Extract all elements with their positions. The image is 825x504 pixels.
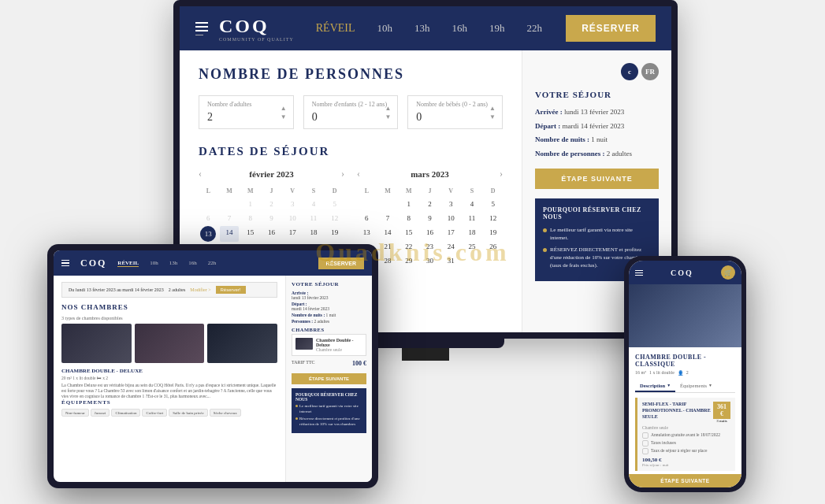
mar-d-6[interactable]: 6 (357, 212, 377, 224)
adults-decrement[interactable]: ▼ (281, 113, 287, 120)
mar-d-5[interactable]: 5 (483, 198, 503, 210)
feb-d-18[interactable]: 18 (304, 226, 324, 242)
mar-d-2[interactable]: 2 (420, 198, 440, 210)
babies-field[interactable]: Nombre de bébés (0 - 2 ans) 0 ▲ ▼ (407, 95, 503, 129)
mar-d-17[interactable]: 17 (441, 226, 461, 239)
tablet-nav-22h[interactable]: 22h (208, 260, 217, 266)
feb-d-17[interactable]: 17 (283, 226, 303, 242)
feb-next-btn[interactable]: › (341, 168, 344, 180)
tablet-modify-link[interactable]: Modifier > (190, 287, 210, 292)
phone-taxes-checkbox[interactable] (642, 440, 648, 447)
desktop-nav-19h[interactable]: 19h (489, 22, 505, 35)
mar-d-1[interactable]: 1 (399, 198, 418, 210)
tablet-book-btn[interactable]: Réserver! (216, 286, 246, 294)
mar-grid: L M M J V S D 1 2 3 (357, 186, 503, 267)
tablet-etape-button[interactable]: ÉTAPE SUIVANTE (292, 373, 366, 384)
feb-prev-btn[interactable]: ‹ (199, 168, 202, 180)
mar-d-30[interactable]: 30 (420, 254, 440, 267)
babies-arrows[interactable]: ▲ ▼ (489, 105, 496, 120)
adults-value: 2 (207, 111, 285, 124)
desktop-hamburger-icon[interactable] (195, 22, 208, 35)
tablet-reserve-button[interactable]: RÉSERVER (318, 258, 364, 269)
tablet-nav-13h[interactable]: 13h (169, 260, 178, 266)
mar-next-btn[interactable]: › (500, 168, 503, 180)
ds-arrivee-label: Arrivée : (535, 108, 563, 116)
tablet-room-mini-info: Chambre Double - Deluxe Chambre seule (316, 338, 362, 352)
desktop-nav-16h[interactable]: 16h (452, 22, 468, 35)
tablet-nav-16h[interactable]: 16h (188, 260, 197, 266)
feb-d-15[interactable]: 15 (240, 226, 260, 242)
mar-d-13[interactable]: 13 (357, 226, 377, 239)
phone-tab-equip-chevron: ▼ (708, 384, 712, 387)
feb-d-13[interactable]: 13 (200, 226, 216, 242)
phone-annulation-checkbox[interactable] (642, 432, 648, 439)
adults-increment[interactable]: ▲ (281, 105, 287, 112)
mar-d-21[interactable]: 21 (378, 240, 398, 253)
mar-d-10[interactable]: 10 (441, 212, 461, 224)
babies-decrement[interactable]: ▼ (489, 113, 496, 120)
mar-d-26[interactable]: 26 (483, 240, 503, 253)
desktop-nav-10h[interactable]: 10h (377, 22, 393, 35)
mar-d-25[interactable]: 25 (463, 240, 482, 253)
mar-d-18[interactable]: 18 (463, 226, 482, 239)
mar-d-28[interactable]: 28 (378, 254, 398, 267)
mar-d-16[interactable]: 16 (420, 226, 440, 239)
mar-d-4[interactable]: 4 (463, 198, 482, 210)
phone-tab-equipements[interactable]: Équipements ▼ (675, 380, 717, 392)
mar-d-29[interactable]: 29 (399, 254, 418, 267)
phone-taux-checkbox[interactable] (642, 448, 648, 454)
mar-d-3[interactable]: 3 (441, 198, 461, 210)
phone-etape-button[interactable]: ÉTAPE SUIVANTE (629, 474, 741, 487)
phone-tab-description[interactable]: Description ▼ (635, 380, 675, 392)
tablet-header: COQ RÉVEIL 10h 13h 16h 22h RÉSERVER (54, 250, 372, 276)
feb-d-16[interactable]: 16 (262, 226, 281, 242)
tablet-hamburger-icon[interactable] (61, 260, 69, 267)
mar-day-d: D (483, 186, 503, 196)
phone-logo-text: COQ (671, 269, 693, 277)
feb-d-14[interactable]: 14 (220, 226, 240, 242)
mar-d-9[interactable]: 9 (420, 212, 440, 224)
children-arrows[interactable]: ▲ ▼ (385, 105, 391, 120)
desktop-nav-13h[interactable]: 13h (414, 22, 430, 35)
march-calendar: ‹ mars 2023 › L M M J V S (357, 168, 503, 270)
mar-d-11[interactable]: 11 (463, 212, 482, 224)
mar-d-22[interactable]: 22 (399, 240, 418, 253)
mar-d-24[interactable]: 24 (441, 240, 461, 253)
desktop-nav-22h[interactable]: 22h (527, 22, 543, 35)
feb-d-12: 12 (325, 212, 344, 224)
feb-d-13-wrap[interactable]: 13 (199, 226, 218, 242)
tablet-sb-persons: Personnes : 2 adultes (292, 319, 366, 324)
why-text-1: Le meilleur tarif garanti via notre site… (550, 227, 651, 243)
tablet-nav-10h[interactable]: 10h (150, 260, 158, 266)
mar-prev-btn[interactable]: ‹ (357, 168, 360, 180)
babies-label: Nombre de bébés (0 - 2 ans) (416, 101, 494, 108)
mar-d-23[interactable]: 23 (420, 240, 440, 253)
adults-label: Nombre d'adultes (207, 101, 285, 108)
ds-personnes-label: Nombre de personnes : (535, 150, 605, 158)
desktop-reserve-button[interactable]: RÉSERVER (566, 15, 656, 42)
phone-hamburger-icon[interactable] (635, 270, 643, 276)
user-icon-fr[interactable]: FR (641, 63, 659, 80)
feb-d-19[interactable]: 19 (325, 226, 344, 242)
mar-day-s: S (463, 186, 482, 196)
adults-field[interactable]: Nombre d'adultes 2 ▲ ▼ (199, 95, 294, 129)
user-icon-c[interactable]: c (621, 63, 638, 80)
adults-arrows[interactable]: ▲ ▼ (281, 105, 287, 120)
mar-d-8[interactable]: 8 (399, 212, 418, 224)
children-field[interactable]: Nombre d'enfants (2 - 12 ans) 0 ▲ ▼ (303, 95, 399, 129)
tablet-nav-reveil[interactable]: RÉVEIL (117, 260, 139, 267)
desktop-etape-button[interactable]: ÉTAPE SUIVANTE (535, 169, 659, 189)
mar-d-15[interactable]: 15 (399, 226, 418, 239)
desktop-nav-reveil[interactable]: RÉVEIL (316, 22, 355, 35)
mar-d-7[interactable]: 7 (378, 212, 398, 224)
babies-increment[interactable]: ▲ (489, 105, 496, 112)
mar-d-31[interactable]: 31 (441, 254, 461, 267)
phone-offer-header: SEMI-FLEX - TARIF PROMOTIONNEL - CHAMBRE… (642, 402, 730, 423)
children-decrement[interactable]: ▼ (385, 113, 391, 120)
tablet-booking-bar: Du lundi 13 février 2023 au mardi 14 fév… (61, 282, 277, 298)
mar-d-19[interactable]: 19 (483, 226, 503, 239)
mar-d-12[interactable]: 12 (483, 212, 503, 224)
mar-d-14[interactable]: 14 (378, 226, 398, 239)
children-increment[interactable]: ▲ (385, 105, 391, 112)
phone-cart-icon[interactable]: 🛒 (721, 265, 735, 280)
